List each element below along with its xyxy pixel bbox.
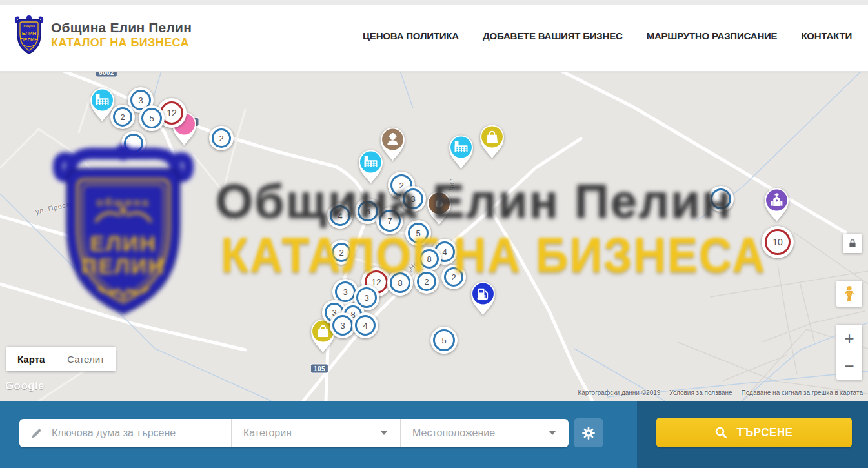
- cluster-marker[interactable]: 7: [376, 207, 403, 234]
- settings-button[interactable]: [574, 418, 603, 447]
- road-shield: 6002: [96, 71, 117, 77]
- cluster-count: 2: [399, 181, 403, 190]
- cluster-count: 3: [138, 96, 143, 105]
- cluster-count: 8: [427, 254, 431, 264]
- cluster-marker[interactable]: 10: [762, 226, 794, 258]
- cluster-count: 7: [387, 216, 392, 226]
- map-pin-church-icon[interactable]: [762, 185, 792, 223]
- cluster-count: 2: [424, 277, 429, 287]
- cluster-marker[interactable]: [708, 186, 734, 212]
- cluster-count: 2: [120, 112, 125, 122]
- chevron-down-icon: [381, 431, 387, 435]
- main-nav: ЦЕНОВА ПОЛИТИКА ДОБАВЕТЕ ВАШИЯТ БИЗНЕС М…: [363, 0, 852, 71]
- cluster-count: 4: [363, 321, 367, 331]
- cluster-marker[interactable]: 5: [430, 327, 458, 354]
- nav-item-pricing[interactable]: ЦЕНОВА ПОЛИТИКА: [363, 30, 459, 41]
- attribution-copyright: Картографски данни ©2019: [578, 389, 660, 396]
- keyword-field: [19, 419, 231, 447]
- cluster-marker[interactable]: 8: [417, 247, 441, 271]
- cluster-count: 3: [364, 293, 368, 303]
- cluster-marker[interactable]: 2: [329, 240, 354, 265]
- map-type-satellite-button[interactable]: Сателит: [56, 347, 116, 371]
- cluster-count: 5: [149, 114, 154, 123]
- map-type-map-button[interactable]: Карта: [6, 347, 56, 371]
- pegman-icon: [842, 285, 856, 302]
- location-select[interactable]: Местоположение: [401, 419, 569, 447]
- page: община ЕЛИН ПЕЛИН Община Елин Пелин КАТА…: [0, 0, 868, 468]
- cluster-marker[interactable]: 2: [209, 126, 234, 150]
- cluster-count: 5: [441, 336, 446, 345]
- cluster-marker[interactable]: 2: [441, 265, 466, 289]
- attribution-terms-link[interactable]: Условия за ползване: [669, 389, 732, 396]
- municipality-crest-icon: община ЕЛИН ПЕЛИН: [14, 14, 44, 56]
- map-attribution: Картографски данни ©2019 Условия за полз…: [578, 389, 863, 396]
- cluster-count: 2: [451, 272, 456, 282]
- site-logo-link[interactable]: община ЕЛИН ПЕЛИН Община Елин Пелин КАТА…: [14, 14, 192, 56]
- map-type-control: Карта Сателит: [6, 347, 116, 371]
- search-button-label: ТЪРСЕНЕ: [736, 426, 792, 440]
- site-subtitle: КАТАЛОГ НА БИЗНЕСА: [51, 36, 192, 50]
- cluster-count: 12: [167, 108, 177, 118]
- cluster-marker[interactable]: 4: [327, 203, 353, 229]
- gear-icon: [581, 426, 596, 440]
- category-select[interactable]: Категория: [232, 419, 400, 447]
- keyword-input[interactable]: [50, 427, 226, 440]
- site-title: Община Елин Пелин: [51, 20, 192, 36]
- cluster-count: 3: [340, 321, 345, 331]
- cluster-count: 4: [442, 247, 447, 257]
- cluster-marker[interactable]: 8: [387, 270, 413, 296]
- cluster-count: 2: [339, 248, 343, 258]
- cluster-marker[interactable]: [121, 131, 146, 156]
- svg-text:ЕЛИН: ЕЛИН: [22, 30, 37, 36]
- category-select-value: Категория: [243, 427, 292, 439]
- search-bar: Категория Местоположение: [0, 401, 868, 468]
- cluster-count: 5: [416, 229, 420, 238]
- map-pin-bag-icon[interactable]: [477, 121, 507, 159]
- cluster-marker[interactable]: 5: [405, 220, 431, 246]
- zoom-in-button[interactable]: +: [836, 325, 862, 352]
- map-pin-factory-icon[interactable]: [356, 147, 386, 185]
- road-shield: 105: [311, 365, 328, 373]
- cluster-marker[interactable]: 3: [330, 312, 356, 338]
- cluster-count: 3: [343, 287, 347, 297]
- cluster-count: 10: [772, 237, 783, 247]
- pencil-icon: [30, 427, 43, 440]
- location-select-value: Местоположение: [412, 427, 495, 439]
- cluster-count: 6: [365, 207, 370, 216]
- cluster-marker[interactable]: 2: [414, 269, 439, 294]
- zoom-control: + −: [836, 325, 862, 380]
- cluster-marker[interactable]: 4: [352, 312, 378, 338]
- svg-text:община: община: [23, 24, 35, 28]
- cluster-marker[interactable]: 3: [400, 186, 426, 212]
- nav-item-schedule[interactable]: МАРШРУТНО РАЗПИСАНИЕ: [647, 30, 778, 41]
- map-pin-factory-icon[interactable]: [446, 132, 476, 170]
- attribution-report-link[interactable]: Подаване на сигнал за грешка в картата: [742, 389, 863, 396]
- lock-button[interactable]: [843, 234, 862, 253]
- search-fields: Категория Местоположение: [19, 419, 569, 447]
- cluster-marker[interactable]: 2: [110, 105, 135, 129]
- cluster-count: 3: [410, 194, 415, 204]
- nav-item-contacts[interactable]: КОНТАКТИ: [801, 30, 852, 41]
- search-button[interactable]: ТЪРСЕНЕ: [656, 418, 852, 447]
- map-pin-fuel-icon[interactable]: [468, 278, 498, 316]
- cluster-marker[interactable]: 5: [139, 105, 165, 131]
- google-logo: Google: [5, 380, 45, 392]
- street-view-pegman[interactable]: [836, 281, 862, 307]
- cluster-count: 8: [398, 278, 402, 288]
- cluster-count: 2: [219, 134, 223, 143]
- cluster-count: 4: [338, 211, 342, 221]
- chevron-down-icon: [549, 431, 556, 435]
- header: община ЕЛИН ПЕЛИН Община Елин Пелин КАТА…: [0, 0, 868, 72]
- map-canvas[interactable]: 6002105ул. Преславбул. „Новоселци“ 32512…: [0, 71, 868, 401]
- nav-item-add-business[interactable]: ДОБАВЕТЕ ВАШИЯТ БИЗНЕС: [483, 30, 623, 41]
- zoom-out-button[interactable]: −: [836, 352, 862, 380]
- lock-icon: [846, 237, 859, 250]
- map-pin-flame-icon[interactable]: [424, 188, 454, 226]
- search-icon: [714, 426, 727, 439]
- svg-text:ПЕЛИН: ПЕЛИН: [20, 37, 38, 43]
